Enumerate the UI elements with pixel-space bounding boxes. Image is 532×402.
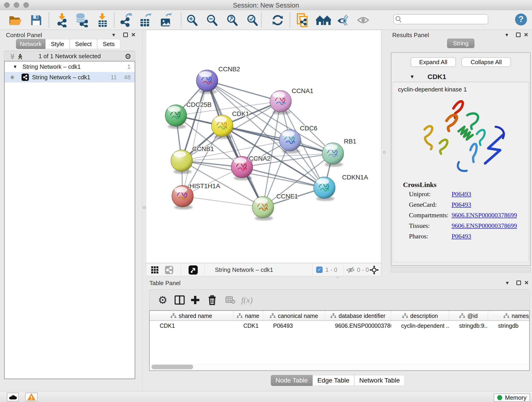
tab-network[interactable]: Network bbox=[16, 39, 45, 49]
network-collection-row[interactable]: ▼ String Network – cdk1 1 bbox=[5, 61, 135, 72]
collapse-triangle-icon[interactable]: ▼ bbox=[410, 74, 415, 80]
tab-sets[interactable]: Sets bbox=[97, 39, 120, 49]
network-edge-HIST1H1A-CCNE1[interactable] bbox=[183, 196, 263, 207]
network-icon-small[interactable] bbox=[165, 265, 174, 274]
table-cell[interactable]: stringdb:9... bbox=[449, 321, 488, 330]
export-table-icon[interactable] bbox=[138, 13, 153, 27]
network-node-CCNA1[interactable]: CCNA1 bbox=[270, 87, 313, 115]
clone-network-icon[interactable] bbox=[295, 13, 310, 27]
network-row-selected[interactable]: String Network – cdk1 11 48 bbox=[5, 72, 135, 83]
crosslink-link[interactable]: P06493 bbox=[452, 233, 471, 240]
network-canvas[interactable]: CCNB2CCNA1CDC25BCDK1CDC6RB1CCNB1CCNA2CDK… bbox=[146, 30, 381, 263]
network-node-CCNB2[interactable]: CCNB2 bbox=[196, 65, 240, 94]
table-cell[interactable]: CDK1 bbox=[233, 321, 263, 330]
zoom-out-icon[interactable] bbox=[205, 13, 220, 27]
crosslink-link[interactable]: 9606.ENSP00000378699 bbox=[452, 211, 517, 219]
import-network-database-icon[interactable] bbox=[74, 13, 89, 27]
tab-string[interactable]: String bbox=[447, 38, 475, 48]
zoom-fit-icon[interactable] bbox=[225, 13, 240, 27]
table-cell[interactable]: stringdb bbox=[488, 321, 530, 330]
hide-view-icon[interactable] bbox=[336, 13, 351, 27]
close-panel-icon[interactable]: ✕ bbox=[524, 280, 529, 286]
tab-node-table[interactable]: Node Table bbox=[271, 375, 312, 386]
search-input[interactable] bbox=[403, 15, 488, 23]
panel-menu-icon[interactable]: ▾ bbox=[506, 280, 509, 286]
table-cell[interactable]: cyclin-dependent ... bbox=[391, 321, 449, 330]
collapse-all-button[interactable]: Collapse All bbox=[462, 57, 511, 67]
table-cell[interactable]: P06493 bbox=[263, 321, 325, 330]
expand-all-button[interactable]: Expand All bbox=[411, 57, 456, 67]
crosslinks-title: CrossLinks bbox=[403, 181, 437, 189]
table-options-gear-icon[interactable]: ⚙ bbox=[156, 294, 169, 306]
tab-edge-table[interactable]: Edge Table bbox=[312, 375, 354, 386]
right-splitter-handle[interactable] bbox=[383, 151, 386, 154]
zoom-selected-icon[interactable] bbox=[245, 13, 260, 27]
collapse-triangle-icon[interactable]: ▼ bbox=[13, 61, 17, 72]
column-header-namespace[interactable]: namespace bbox=[488, 311, 530, 321]
table-cell[interactable]: CDK1 bbox=[150, 321, 233, 330]
show-all-views-icon[interactable] bbox=[316, 13, 331, 27]
network-node-CDC6[interactable]: CDC6 bbox=[279, 125, 317, 153]
panel-menu-icon[interactable]: ▾ bbox=[112, 32, 115, 38]
tab-network-table[interactable]: Network Table bbox=[354, 375, 405, 386]
network-node-HIST1H1A[interactable]: HIST1H1A bbox=[172, 182, 220, 210]
tab-select[interactable]: Select bbox=[70, 39, 97, 49]
crosslink-link[interactable]: P06493 bbox=[452, 191, 471, 198]
app-statusbar: Memory bbox=[0, 391, 532, 402]
network-node-CCNE1[interactable]: CCNE1 bbox=[252, 193, 298, 220]
export-network-icon[interactable] bbox=[119, 13, 133, 27]
hidden-eye-icon[interactable] bbox=[346, 265, 355, 274]
import-table-file-icon[interactable] bbox=[95, 13, 110, 27]
close-panel-icon[interactable]: ✕ bbox=[524, 32, 528, 38]
column-header-name[interactable]: name bbox=[233, 311, 263, 321]
protein-description: cyclin-dependent kinase 1 bbox=[398, 86, 467, 93]
selected-checkbox-icon[interactable]: ✓ bbox=[316, 267, 323, 273]
birdseye-view-icon[interactable] bbox=[189, 265, 198, 274]
panel-menu-icon[interactable]: ▾ bbox=[505, 32, 508, 38]
column-header-canonical-name[interactable]: canonical name bbox=[263, 311, 325, 321]
float-panel-icon[interactable] bbox=[516, 32, 520, 37]
zoom-in-icon[interactable] bbox=[185, 13, 200, 27]
crosslink-label: Tissues: bbox=[409, 222, 430, 230]
grid-view-icon[interactable] bbox=[150, 265, 159, 274]
selected-node-edge-counts: 1 - 0 bbox=[325, 266, 337, 274]
refresh-icon[interactable] bbox=[270, 13, 285, 27]
open-session-icon[interactable] bbox=[8, 13, 23, 27]
left-splitter-handle[interactable] bbox=[143, 206, 146, 209]
save-session-icon[interactable] bbox=[29, 13, 44, 27]
import-network-file-icon[interactable] bbox=[55, 13, 70, 27]
delete-column-trash-icon[interactable] bbox=[206, 294, 219, 306]
table-cell[interactable]: 9606.ENSP00000378699 bbox=[325, 321, 391, 330]
network-options-gear-icon[interactable]: ⚙ bbox=[125, 52, 131, 61]
network-node-RB1[interactable]: RB1 bbox=[322, 138, 356, 167]
float-panel-icon[interactable] bbox=[123, 32, 128, 37]
network-edge-CCNB2-HIST1H1A[interactable] bbox=[183, 81, 207, 196]
window-title: Session: New Session bbox=[0, 2, 532, 9]
show-view-icon[interactable] bbox=[356, 13, 371, 27]
float-panel-icon[interactable] bbox=[516, 281, 521, 285]
export-image-icon[interactable] bbox=[158, 13, 174, 27]
network-node-CDKN1A[interactable]: CDKN1A bbox=[314, 174, 368, 201]
cloud-status-icon[interactable] bbox=[7, 393, 19, 401]
fit-selected-crosshair-icon[interactable] bbox=[370, 265, 379, 274]
crosslink-link[interactable]: P06493 bbox=[452, 201, 471, 208]
add-column-icon[interactable] bbox=[189, 294, 202, 306]
column-header-database-identifier[interactable]: database identifier bbox=[325, 311, 391, 321]
network-node-CDK1[interactable]: CDK1 bbox=[211, 110, 249, 139]
column-header--id[interactable]: @id bbox=[449, 311, 488, 321]
main-toolbar: ? bbox=[0, 10, 532, 30]
help-icon[interactable]: ? bbox=[515, 13, 527, 26]
show-columns-icon[interactable] bbox=[173, 294, 186, 306]
crosslink-link[interactable]: 9606.ENSP00000378699 bbox=[452, 222, 517, 230]
hidden-node-edge-counts: 0 - 0 bbox=[357, 266, 369, 274]
tab-style[interactable]: Style bbox=[45, 39, 70, 49]
scrollbar-thumb[interactable] bbox=[152, 365, 193, 369]
close-panel-icon[interactable]: ✕ bbox=[131, 32, 136, 38]
warning-icon[interactable] bbox=[25, 393, 38, 401]
results-panel-scroll-strip[interactable] bbox=[391, 267, 531, 272]
column-header-shared-name[interactable]: shared name bbox=[150, 311, 233, 321]
column-header-description[interactable]: description bbox=[391, 311, 449, 321]
node-label-CCNE1: CCNE1 bbox=[276, 193, 298, 200]
cdk1-section-header[interactable]: ▼ CDK1 bbox=[391, 71, 530, 82]
memory-button[interactable]: Memory bbox=[494, 394, 530, 402]
